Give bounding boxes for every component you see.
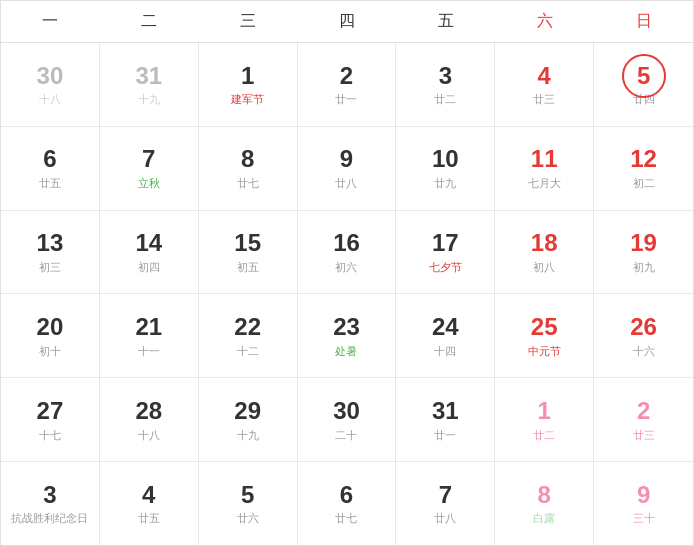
- day-sublabel: 二十: [335, 428, 357, 443]
- day-cell[interactable]: 19初九: [594, 211, 693, 294]
- day-cell[interactable]: 1廿二: [495, 378, 594, 461]
- header-day-1: 二: [100, 1, 199, 42]
- day-cell[interactable]: 14初四: [100, 211, 199, 294]
- day-cell[interactable]: 26十六: [594, 294, 693, 377]
- day-cell[interactable]: 18初八: [495, 211, 594, 294]
- calendar-row-0: 30十八31十九1建军节2廿一3廿二4廿三5廿四: [1, 43, 693, 127]
- day-number: 27: [37, 397, 64, 426]
- day-cell[interactable]: 23处暑: [298, 294, 397, 377]
- day-sublabel: 七月大: [528, 176, 561, 191]
- day-sublabel: 廿一: [335, 92, 357, 107]
- day-number: 22: [234, 313, 261, 342]
- day-cell[interactable]: 7廿八: [396, 462, 495, 545]
- day-cell[interactable]: 21十一: [100, 294, 199, 377]
- day-number: 1: [538, 397, 551, 426]
- day-cell[interactable]: 27十七: [1, 378, 100, 461]
- calendar-row-5: 3抗战胜利纪念日4廿五5廿六6廿七7廿八8白露9三十: [1, 462, 693, 545]
- day-sublabel: 白露: [533, 511, 555, 526]
- day-sublabel: 廿五: [39, 176, 61, 191]
- day-cell[interactable]: 5廿六: [199, 462, 298, 545]
- day-number: 9: [637, 481, 650, 510]
- day-cell[interactable]: 2廿三: [594, 378, 693, 461]
- day-cell[interactable]: 3廿二: [396, 43, 495, 126]
- day-sublabel: 三十: [633, 511, 655, 526]
- day-cell[interactable]: 30十八: [1, 43, 100, 126]
- day-number: 10: [432, 145, 459, 174]
- day-number: 6: [340, 481, 353, 510]
- day-cell[interactable]: 2廿一: [298, 43, 397, 126]
- day-sublabel: 立秋: [138, 176, 160, 191]
- day-number: 23: [333, 313, 360, 342]
- day-cell[interactable]: 9廿八: [298, 127, 397, 210]
- day-cell[interactable]: 13初三: [1, 211, 100, 294]
- day-cell[interactable]: 10廿九: [396, 127, 495, 210]
- day-cell[interactable]: 1建军节: [199, 43, 298, 126]
- header-day-4: 五: [396, 1, 495, 42]
- day-cell[interactable]: 4廿三: [495, 43, 594, 126]
- day-cell[interactable]: 3抗战胜利纪念日: [1, 462, 100, 545]
- day-cell[interactable]: 22十二: [199, 294, 298, 377]
- header-day-3: 四: [298, 1, 397, 42]
- day-cell[interactable]: 6廿七: [298, 462, 397, 545]
- day-cell[interactable]: 30二十: [298, 378, 397, 461]
- calendar-row-1: 6廿五7立秋8廿七9廿八10廿九11七月大12初二: [1, 127, 693, 211]
- day-sublabel: 廿七: [237, 176, 259, 191]
- day-number: 8: [538, 481, 551, 510]
- day-sublabel: 中元节: [528, 344, 561, 359]
- day-number: 30: [37, 62, 64, 91]
- day-number: 2: [340, 62, 353, 91]
- day-cell[interactable]: 31廿一: [396, 378, 495, 461]
- header-day-2: 三: [199, 1, 298, 42]
- day-number: 9: [340, 145, 353, 174]
- header-day-0: 一: [1, 1, 100, 42]
- day-sublabel: 建军节: [231, 92, 264, 107]
- day-sublabel: 十六: [633, 344, 655, 359]
- day-cell[interactable]: 4廿五: [100, 462, 199, 545]
- day-sublabel: 廿二: [533, 428, 555, 443]
- day-number: 12: [630, 145, 657, 174]
- day-sublabel: 初四: [138, 260, 160, 275]
- day-cell[interactable]: 29十九: [199, 378, 298, 461]
- day-number: 5: [241, 481, 254, 510]
- day-cell[interactable]: 20初十: [1, 294, 100, 377]
- day-sublabel: 廿五: [138, 511, 160, 526]
- day-number: 6: [43, 145, 56, 174]
- day-cell[interactable]: 7立秋: [100, 127, 199, 210]
- day-sublabel: 廿八: [434, 511, 456, 526]
- day-cell[interactable]: 16初六: [298, 211, 397, 294]
- day-number: 21: [135, 313, 162, 342]
- day-sublabel: 初六: [335, 260, 357, 275]
- day-number: 4: [538, 62, 551, 91]
- day-cell[interactable]: 28十八: [100, 378, 199, 461]
- day-cell[interactable]: 15初五: [199, 211, 298, 294]
- day-cell[interactable]: 25中元节: [495, 294, 594, 377]
- day-sublabel: 处暑: [335, 344, 357, 359]
- day-cell[interactable]: 6廿五: [1, 127, 100, 210]
- day-sublabel: 十九: [138, 92, 160, 107]
- day-number: 2: [637, 397, 650, 426]
- day-sublabel: 十七: [39, 428, 61, 443]
- day-sublabel: 初二: [633, 176, 655, 191]
- day-number: 4: [142, 481, 155, 510]
- day-number: 5: [637, 62, 650, 91]
- day-sublabel: 初十: [39, 344, 61, 359]
- day-cell[interactable]: 8白露: [495, 462, 594, 545]
- day-sublabel: 十一: [138, 344, 160, 359]
- day-number: 14: [135, 229, 162, 258]
- day-sublabel: 十八: [39, 92, 61, 107]
- day-cell[interactable]: 17七夕节: [396, 211, 495, 294]
- day-cell[interactable]: 11七月大: [495, 127, 594, 210]
- day-number: 29: [234, 397, 261, 426]
- day-cell[interactable]: 31十九: [100, 43, 199, 126]
- day-cell[interactable]: 24十四: [396, 294, 495, 377]
- day-number: 7: [439, 481, 452, 510]
- day-sublabel: 廿三: [533, 92, 555, 107]
- day-cell[interactable]: 9三十: [594, 462, 693, 545]
- day-cell[interactable]: 8廿七: [199, 127, 298, 210]
- day-cell[interactable]: 5廿四: [594, 43, 693, 126]
- day-cell[interactable]: 12初二: [594, 127, 693, 210]
- day-number: 13: [37, 229, 64, 258]
- day-number: 25: [531, 313, 558, 342]
- day-sublabel: 廿六: [237, 511, 259, 526]
- day-sublabel: 初八: [533, 260, 555, 275]
